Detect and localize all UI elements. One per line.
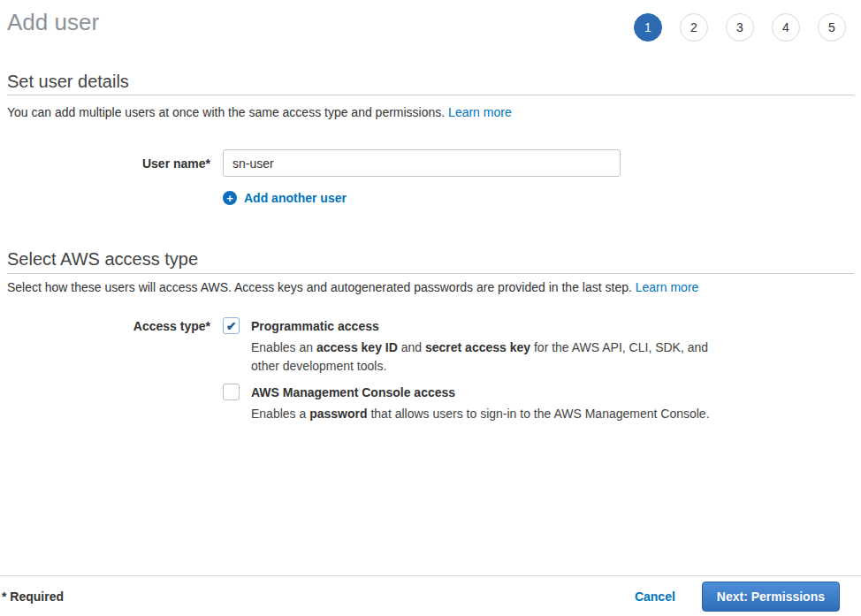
- desc-text: Enables an: [251, 340, 316, 354]
- divider: [7, 273, 854, 274]
- desc-bold-text: secret access key: [425, 340, 530, 354]
- desc-bold-text: access key ID: [316, 340, 398, 354]
- wizard-step-indicator: 1 2 3 4 5: [634, 13, 846, 42]
- add-user-page: Add user 1 2 3 4 5 Set user details You …: [0, 0, 861, 616]
- step-4: 4: [772, 13, 800, 42]
- user-name-input[interactable]: [223, 149, 621, 177]
- user-details-description: You can add multiple users at once with …: [7, 105, 512, 119]
- desc-text: that allows users to sign-in to the AWS …: [368, 407, 710, 421]
- cancel-button[interactable]: Cancel: [635, 589, 675, 604]
- section-heading-access-type: Select AWS access type: [7, 249, 198, 270]
- plus-circle-icon: +: [223, 191, 237, 205]
- access-type-description-text: Select how these users will access AWS. …: [7, 280, 636, 294]
- add-another-user-button[interactable]: + Add another user: [223, 191, 347, 205]
- programmatic-access-description: Enables an access key ID and secret acce…: [251, 338, 721, 376]
- page-title: Add user: [7, 9, 99, 36]
- console-access-checkbox[interactable]: [223, 384, 240, 400]
- access-type-description: Select how these users will access AWS. …: [7, 280, 698, 294]
- page-header: Add user 1 2 3 4 5: [0, 0, 861, 57]
- divider: [7, 95, 854, 95]
- add-another-user-label[interactable]: Add another user: [244, 191, 347, 205]
- step-1: 1: [634, 13, 662, 42]
- desc-text: Enables a: [251, 407, 309, 421]
- step-5: 5: [818, 13, 846, 42]
- required-note: * Required: [2, 589, 64, 604]
- programmatic-access-checkbox[interactable]: ✔: [223, 317, 240, 334]
- desc-text: and: [398, 340, 425, 354]
- next-permissions-button[interactable]: Next: Permissions: [702, 582, 840, 612]
- learn-more-link-access-type[interactable]: Learn more: [636, 280, 699, 294]
- footer-bar: * Required Cancel Next: Permissions: [0, 575, 861, 616]
- learn-more-link-user-details[interactable]: Learn more: [448, 105, 512, 119]
- user-name-label: User name*: [0, 156, 210, 171]
- console-access-description: Enables a password that allows users to …: [251, 405, 721, 423]
- step-2: 2: [680, 13, 708, 42]
- user-details-description-text: You can add multiple users at once with …: [7, 105, 448, 119]
- footer-actions: Cancel Next: Permissions: [635, 582, 840, 612]
- desc-bold-text: password: [309, 407, 367, 421]
- section-heading-user-details: Set user details: [7, 72, 129, 92]
- access-type-label: Access type*: [0, 319, 210, 333]
- step-3: 3: [726, 13, 754, 42]
- console-access-title: AWS Management Console access: [251, 385, 455, 399]
- programmatic-access-title: Programmatic access: [251, 319, 379, 333]
- checkmark-icon: ✔: [226, 320, 237, 332]
